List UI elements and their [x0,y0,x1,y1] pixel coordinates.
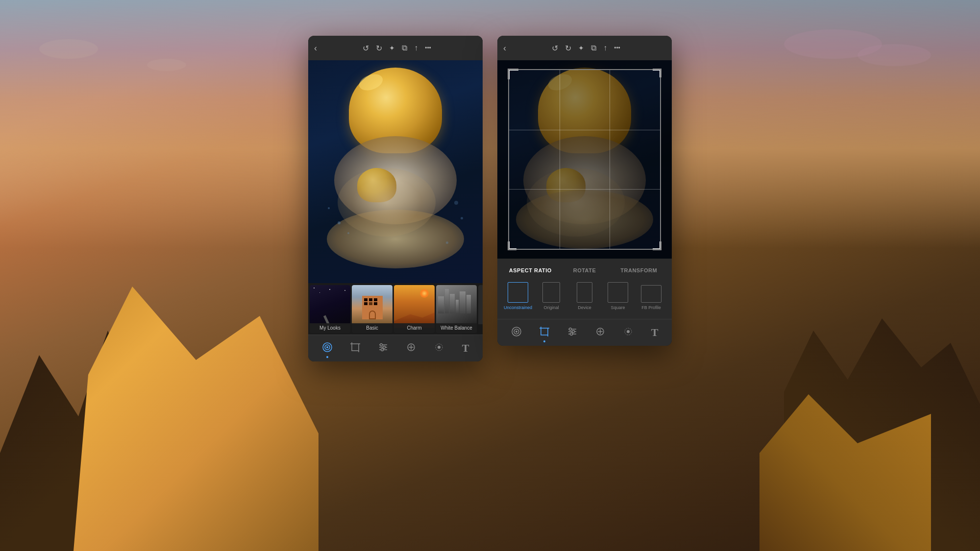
right-nav-looks[interactable] [507,322,526,343]
right-jellyfish-image [497,60,672,259]
nav-heal[interactable] [402,338,420,359]
tab-transform[interactable]: TRANSFORM [612,265,666,275]
svg-point-28 [572,330,575,333]
tab-aspect-ratio[interactable]: ASPECT RATIO [503,265,558,275]
aspect-box-device [577,282,592,303]
city-buildings [436,289,477,313]
aspect-square[interactable]: Square [603,282,633,310]
right-adjust-icon [567,326,578,337]
right-selective-icon [623,326,634,337]
look-label-my-looks: My Looks [310,323,350,333]
nav-adjust[interactable] [374,338,392,359]
right-looks-icon [511,326,522,337]
nav-crop[interactable] [346,338,365,359]
heal-icon [406,342,416,353]
look-item-basic[interactable]: Basic [352,285,392,333]
bubble [446,241,448,244]
right-app-panel: ‹ ↺ ↻ ✦ ⧉ ↑ ••• [497,36,672,346]
look-thumb-charm [394,285,435,324]
window [369,298,372,301]
right-bottom-nav: T [497,319,672,346]
look-item-charm[interactable]: Charm [394,285,435,333]
aspect-label-square: Square [611,305,625,310]
looks-icon [322,342,333,353]
share-button[interactable]: ↑ [414,44,418,52]
right-undo-button[interactable]: ↺ [552,44,558,53]
right-compare-button[interactable]: ⧉ [591,44,596,52]
nav-looks[interactable] [318,338,337,359]
nav-text[interactable]: T [458,338,473,359]
bubble [328,207,330,209]
svg-point-11 [383,346,386,348]
right-nav-text[interactable]: T [647,322,662,343]
svg-point-9 [380,343,383,346]
left-toolbar: ‹ ↺ ↻ ✦ ⧉ ↑ ••• [308,36,483,60]
aspect-device[interactable]: Device [570,282,599,310]
city-bld [460,291,466,313]
undo-button[interactable]: ↺ [363,44,369,53]
sun [420,289,429,298]
right-toolbar-center: ↺ ↻ ✦ ⧉ ↑ ••• [552,44,620,53]
aspect-unconstrained[interactable]: Unconstrained [503,282,533,310]
right-text-icon: T [651,326,659,338]
right-nav-adjust[interactable] [563,322,582,343]
toolbar-left: ‹ [314,43,317,53]
aspect-label-unconstrained: Unconstrained [504,305,532,310]
magic-wand-button[interactable]: ✦ [389,44,395,52]
city-bld [438,296,444,313]
right-magic-button[interactable]: ✦ [578,44,584,52]
looks-strip: My Looks [308,283,483,335]
jellyfish-image [308,60,483,283]
right-nav-heal[interactable] [591,322,610,343]
right-toolbar-left: ‹ [503,43,506,53]
aspect-box-unconstrained [508,282,528,303]
back-button[interactable]: ‹ [314,43,317,53]
right-more-button[interactable]: ••• [614,45,620,51]
city-bld [456,300,459,313]
bubble [338,221,341,224]
right-toolbar: ‹ ↺ ↻ ✦ ⧉ ↑ ••• [497,36,672,60]
right-redo-button[interactable]: ↻ [565,44,571,53]
look-item-white-balance[interactable]: White Balance [436,285,477,333]
aspect-fb-profile[interactable]: FB Profile [637,285,666,310]
nav-selective[interactable] [430,338,448,359]
city-bld [466,295,471,313]
compare-button[interactable]: ⧉ [402,44,407,52]
left-bottom-nav: T [308,335,483,361]
right-crop-icon [539,326,550,337]
right-nav-selective[interactable] [619,322,637,343]
look-thumb-partial [478,285,483,324]
tab-rotate[interactable]: ROTATE [558,265,612,275]
star [314,287,315,288]
left-image-area [308,60,483,283]
aspect-original[interactable]: Original [537,282,566,310]
aspect-box-square [608,282,628,303]
svg-point-26 [569,328,572,330]
cloud [39,39,98,59]
right-heal-icon [595,326,606,337]
star [329,289,330,290]
crop-frame[interactable] [508,69,661,250]
sand-dune-main [74,257,318,551]
adjust-icon [378,342,389,353]
svg-point-13 [381,348,384,351]
redo-button[interactable]: ↻ [376,44,382,53]
aspect-label-original: Original [543,305,559,310]
look-thumb-white-balance [436,285,477,324]
right-nav-crop[interactable] [535,322,554,343]
right-share-button[interactable]: ↑ [603,44,607,52]
look-label-basic: Basic [352,323,392,333]
aspect-label-device: Device [578,305,591,310]
crop-clear [509,70,660,249]
city-bld [450,294,455,313]
look-label-white-balance: White Balance [436,323,477,333]
bubble [461,217,463,219]
more-button[interactable]: ••• [425,45,431,51]
look-item-my-looks[interactable]: My Looks [310,285,350,333]
selective-icon [434,342,444,353]
city-bld [445,289,449,313]
cloud [147,59,186,71]
window [374,298,377,301]
look-item-partial[interactable] [478,285,483,333]
right-back-button[interactable]: ‹ [503,43,506,53]
